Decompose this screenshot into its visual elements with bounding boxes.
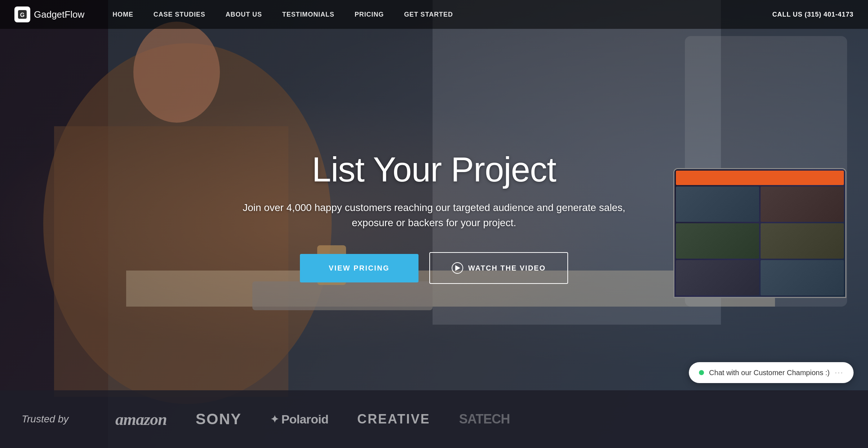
nav-get-started[interactable]: GET STARTED [394, 11, 463, 18]
chat-label: Chat with our Customer Champions :) [709, 369, 830, 377]
play-triangle [455, 265, 460, 271]
brand-amazon: amazon [115, 410, 167, 429]
monitor-cell-6 [761, 260, 844, 295]
brand-satech: SATECH [459, 412, 510, 427]
navbar: G GadgetFlow HOME CASE STUDIES ABOUT US … [0, 0, 868, 29]
svg-text:G: G [20, 12, 25, 18]
svg-rect-9 [252, 281, 433, 310]
monitor-cell-5 [676, 260, 759, 295]
hero-content: List Your Project Join over 4,000 happy … [221, 150, 647, 284]
chat-widget[interactable]: Chat with our Customer Champions :) ··· [689, 362, 854, 383]
nav-testimonials[interactable]: TESTIMONIALS [272, 11, 345, 18]
nav-home[interactable]: HOME [102, 11, 143, 18]
monitor-container [652, 18, 868, 448]
brand-creative: CREATIVE [357, 412, 430, 427]
watch-video-label: WATCH THE VIDEO [468, 264, 546, 272]
chat-status-dot [699, 370, 704, 375]
nav-pricing[interactable]: PRICING [345, 11, 394, 18]
monitor-cell-2 [761, 186, 844, 222]
view-pricing-button[interactable]: VIEW PRICING [300, 254, 418, 282]
monitor-cell-3 [676, 223, 759, 259]
monitor-screen [674, 169, 845, 297]
polaroid-star-icon: ✦ [270, 413, 278, 425]
logo-link[interactable]: G GadgetFlow [14, 6, 84, 22]
nav-about-us[interactable]: ABOUT US [216, 11, 272, 18]
brand-sony: SONY [196, 410, 242, 428]
monitor-cell-1 [676, 186, 759, 222]
logo-text: GadgetFlow [34, 9, 84, 20]
logo-icon: G [14, 6, 30, 22]
nav-links: HOME CASE STUDIES ABOUT US TESTIMONIALS … [102, 11, 772, 18]
trusted-bar: Trusted by amazon SONY ✦Polaroid CREATIV… [0, 390, 868, 448]
watch-video-button[interactable]: WATCH THE VIDEO [429, 252, 568, 284]
nav-case-studies[interactable]: CASE STUDIES [143, 11, 216, 18]
svg-point-7 [133, 22, 220, 123]
trusted-brands: amazon SONY ✦Polaroid CREATIVE SATECH [115, 410, 846, 429]
monitor-cell-4 [761, 223, 844, 259]
hero-subtitle: Join over 4,000 happy customers reaching… [236, 200, 632, 230]
brand-polaroid: ✦Polaroid [270, 412, 328, 426]
trusted-label: Trusted by [22, 413, 87, 425]
hero-buttons: VIEW PRICING WATCH THE VIDEO [236, 252, 632, 284]
hero-title: List Your Project [236, 150, 632, 189]
call-us: CALL US (315) 401-4173 [772, 11, 854, 18]
chat-menu-icon[interactable]: ··· [835, 368, 843, 377]
monitor [673, 168, 846, 298]
play-icon [452, 262, 463, 274]
monitor-bar [676, 171, 844, 185]
